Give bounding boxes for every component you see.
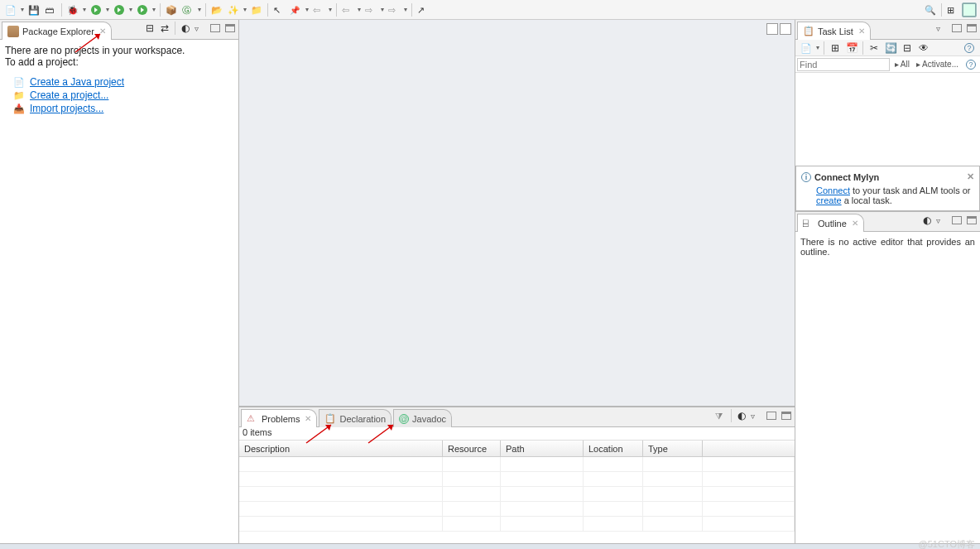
task-find-input[interactable]: [797, 58, 890, 71]
minimize-icon[interactable]: [950, 214, 963, 227]
link-create-java-project[interactable]: Create a Java project: [30, 76, 124, 88]
tab-package-explorer[interactable]: Package Explorer ✕: [2, 22, 112, 40]
collapse-icon[interactable]: ⊟: [900, 41, 915, 55]
nav-dropdown[interactable]: [328, 2, 333, 17]
close-icon[interactable]: ✕: [852, 219, 858, 228]
nav-icon[interactable]: [311, 2, 326, 17]
problems-count: 0 items: [239, 427, 795, 441]
categorize-icon[interactable]: ⊞: [828, 41, 843, 55]
back-icon[interactable]: [340, 2, 355, 17]
wand-dropdown[interactable]: [243, 2, 247, 17]
col-path[interactable]: Path: [501, 441, 584, 456]
external-icon[interactable]: [416, 2, 430, 17]
open-type-dropdown[interactable]: [197, 2, 202, 17]
package-icon: [7, 26, 19, 37]
new-task-dropdown[interactable]: [815, 41, 820, 55]
focus-icon[interactable]: ◐: [735, 409, 748, 422]
open-resource-icon[interactable]: [249, 2, 264, 17]
col-resource[interactable]: Resource: [443, 441, 501, 456]
cursor-icon[interactable]: [271, 2, 286, 17]
new-task-icon[interactable]: [799, 41, 814, 55]
hide-icon[interactable]: 👁: [916, 41, 931, 55]
help-icon[interactable]: ?: [962, 41, 977, 55]
new-package-icon[interactable]: [164, 2, 179, 17]
view-menu-icon[interactable]: [194, 22, 207, 35]
coverage-dropdown[interactable]: [151, 2, 156, 17]
help-icon[interactable]: ?: [963, 57, 978, 72]
col-description[interactable]: Description: [239, 441, 443, 456]
tab-task-list[interactable]: Task List ✕: [797, 22, 871, 40]
save-icon[interactable]: [26, 2, 41, 17]
focus-task-icon[interactable]: ◐: [179, 22, 192, 35]
schedule-icon[interactable]: 📅: [844, 41, 859, 55]
run-external-dropdown[interactable]: [128, 2, 133, 17]
col-type[interactable]: Type: [643, 441, 703, 456]
run-external-icon[interactable]: [112, 2, 127, 17]
wand-icon[interactable]: [226, 2, 241, 17]
save-all-icon[interactable]: [43, 2, 58, 17]
pin-dropdown[interactable]: [305, 2, 310, 17]
coverage-icon[interactable]: [135, 2, 150, 17]
link-connect[interactable]: Connect: [816, 185, 850, 195]
minimize-icon[interactable]: [765, 409, 778, 422]
minimize-icon[interactable]: [209, 22, 222, 35]
maximize-icon[interactable]: [965, 22, 978, 35]
import-icon: [13, 103, 25, 114]
problems-panel: Problems ✕ Declaration @ Javadoc ◐: [239, 407, 795, 543]
tab-javadoc[interactable]: @ Javadoc: [393, 409, 452, 427]
forward-icon[interactable]: [363, 2, 378, 17]
collapse-all-icon[interactable]: ⊟: [143, 22, 156, 35]
close-icon[interactable]: ✕: [305, 414, 311, 423]
new-icon[interactable]: [3, 2, 18, 17]
close-icon[interactable]: ✕: [99, 26, 106, 36]
java-perspective-icon[interactable]: [962, 2, 977, 17]
forward-dropdown[interactable]: [380, 2, 385, 17]
col-location[interactable]: Location: [584, 441, 643, 456]
view-menu-icon[interactable]: [935, 214, 949, 227]
focus-icon[interactable]: ◐: [920, 214, 934, 227]
editor-area: [239, 20, 795, 407]
filter-icon[interactable]: [714, 409, 728, 422]
shift-dropdown[interactable]: [403, 2, 408, 17]
link-import-projects[interactable]: Import projects...: [30, 103, 103, 114]
run-icon[interactable]: [89, 2, 103, 17]
editor-minimize-icon[interactable]: [766, 23, 778, 35]
back-dropdown[interactable]: [357, 2, 362, 17]
tab-declaration[interactable]: Declaration: [319, 409, 392, 427]
synchronize-icon[interactable]: 🔄: [883, 41, 898, 55]
nav-activate[interactable]: ▸ Activate...: [915, 60, 960, 69]
problems-table-body: [239, 457, 795, 543]
maximize-icon[interactable]: [965, 214, 978, 227]
project-icon: [13, 89, 25, 101]
pin-icon[interactable]: [288, 2, 303, 17]
shift-icon[interactable]: [387, 2, 401, 17]
status-bar: [0, 543, 980, 549]
debug-dropdown[interactable]: [82, 2, 87, 17]
run-dropdown[interactable]: [105, 2, 110, 17]
debug-icon[interactable]: [65, 2, 80, 17]
minimize-icon[interactable]: [950, 22, 963, 35]
view-menu-icon[interactable]: [750, 409, 763, 422]
open-perspective-icon[interactable]: [945, 2, 960, 17]
view-menu-icon[interactable]: [935, 22, 949, 35]
java-project-icon: [13, 76, 25, 88]
tab-declaration-label: Declaration: [339, 414, 386, 424]
open-folder-icon[interactable]: [209, 2, 224, 17]
tab-problems[interactable]: Problems ✕: [241, 409, 317, 427]
close-icon[interactable]: ✕: [858, 26, 865, 36]
task-list-view: Task List ✕ ⊞ 📅 ✂ 🔄 ⊟ 👁: [795, 20, 980, 212]
close-icon[interactable]: ✕: [967, 171, 974, 182]
open-type-icon[interactable]: [180, 2, 195, 17]
new-dropdown[interactable]: [20, 2, 25, 17]
focus-workweek-icon[interactable]: ✂: [867, 41, 882, 55]
maximize-icon[interactable]: [780, 409, 793, 422]
search-icon[interactable]: [923, 2, 938, 17]
link-editor-icon[interactable]: ⇄: [158, 22, 171, 35]
link-create[interactable]: create: [816, 195, 842, 205]
editor-maximize-icon[interactable]: [780, 23, 791, 35]
link-create-project[interactable]: Create a project...: [30, 89, 108, 101]
info-icon: i: [801, 172, 811, 182]
nav-all[interactable]: ▸ All: [893, 60, 911, 69]
tab-outline[interactable]: Outline ✕: [797, 214, 864, 232]
maximize-icon[interactable]: [223, 22, 237, 35]
